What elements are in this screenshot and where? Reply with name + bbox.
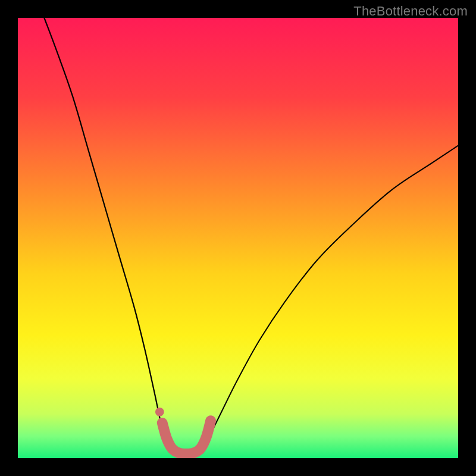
plot-area: [18, 18, 458, 458]
outer-frame: TheBottleneck.com: [0, 0, 476, 476]
curves-layer: [18, 18, 458, 458]
left-curve: [44, 18, 174, 454]
right-curve: [198, 146, 458, 454]
bottom-marker-lead-dot: [155, 408, 164, 416]
bottom-marker-path: [162, 421, 211, 454]
watermark-text: TheBottleneck.com: [353, 4, 468, 19]
